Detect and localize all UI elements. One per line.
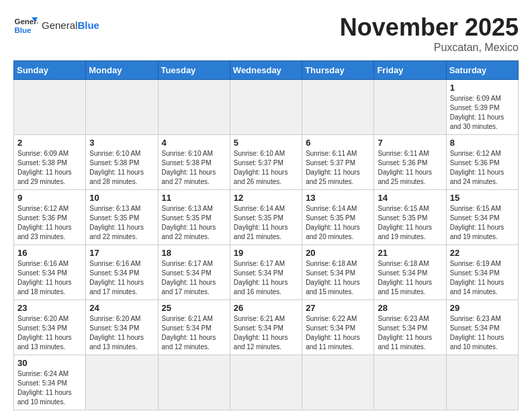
calendar-day-cell: 3Sunrise: 6:10 AMSunset: 5:38 PMDaylight… [86,135,158,190]
day-number: 1 [450,83,515,93]
calendar-day-cell: 14Sunrise: 6:15 AMSunset: 5:35 PMDayligh… [374,190,446,245]
day-info: Sunrise: 6:24 AMSunset: 5:34 PMDaylight:… [17,369,82,407]
day-number: 26 [234,303,298,313]
day-number: 27 [306,303,370,313]
calendar-week-row: 30Sunrise: 6:24 AMSunset: 5:34 PMDayligh… [14,355,519,410]
day-info: Sunrise: 6:20 AMSunset: 5:34 PMDaylight:… [17,314,82,352]
day-info: Sunrise: 6:16 AMSunset: 5:34 PMDaylight:… [17,259,82,297]
calendar-day-cell: 25Sunrise: 6:21 AMSunset: 5:34 PMDayligh… [158,300,230,355]
page-header: General Blue GeneralBlue November 2025 P… [13,13,519,54]
day-number: 6 [306,138,370,148]
day-info: Sunrise: 6:12 AMSunset: 5:36 PMDaylight:… [450,149,515,187]
day-info: Sunrise: 6:15 AMSunset: 5:35 PMDaylight:… [378,204,442,242]
calendar-day-cell: 21Sunrise: 6:18 AMSunset: 5:34 PMDayligh… [374,245,446,300]
day-info: Sunrise: 6:23 AMSunset: 5:34 PMDaylight:… [378,314,442,352]
day-number: 2 [17,138,82,148]
day-number: 15 [450,193,515,203]
calendar-day-cell: 30Sunrise: 6:24 AMSunset: 5:34 PMDayligh… [14,355,86,410]
day-info: Sunrise: 6:10 AMSunset: 5:37 PMDaylight:… [234,149,298,187]
day-number: 30 [17,358,82,368]
calendar-day-cell [230,80,302,135]
day-info: Sunrise: 6:19 AMSunset: 5:34 PMDaylight:… [450,259,515,297]
day-number: 8 [450,138,515,148]
calendar-day-cell: 16Sunrise: 6:16 AMSunset: 5:34 PMDayligh… [14,245,86,300]
calendar-day-cell [374,80,446,135]
day-number: 4 [162,138,226,148]
day-number: 29 [450,303,515,313]
calendar-day-cell: 1Sunrise: 6:09 AMSunset: 5:39 PMDaylight… [446,80,518,135]
day-info: Sunrise: 6:20 AMSunset: 5:34 PMDaylight:… [89,314,154,352]
calendar-day-cell: 24Sunrise: 6:20 AMSunset: 5:34 PMDayligh… [86,300,158,355]
day-info: Sunrise: 6:13 AMSunset: 5:35 PMDaylight:… [162,204,226,242]
day-info: Sunrise: 6:09 AMSunset: 5:39 PMDaylight:… [450,94,515,132]
calendar-day-cell: 6Sunrise: 6:11 AMSunset: 5:37 PMDaylight… [302,135,374,190]
day-info: Sunrise: 6:22 AMSunset: 5:34 PMDaylight:… [306,314,370,352]
day-info: Sunrise: 6:21 AMSunset: 5:34 PMDaylight:… [162,314,226,352]
day-number: 10 [89,193,154,203]
calendar-title-area: November 2025 Puxcatan, Mexico [340,13,519,54]
calendar-week-row: 9Sunrise: 6:12 AMSunset: 5:36 PMDaylight… [14,190,519,245]
day-info: Sunrise: 6:14 AMSunset: 5:35 PMDaylight:… [234,204,298,242]
calendar-day-cell [86,80,158,135]
calendar-day-cell: 28Sunrise: 6:23 AMSunset: 5:34 PMDayligh… [374,300,446,355]
day-number: 16 [17,248,82,258]
day-number: 17 [89,248,154,258]
day-number: 3 [89,138,154,148]
location-title: Puxcatan, Mexico [340,42,519,54]
calendar-day-cell: 11Sunrise: 6:13 AMSunset: 5:35 PMDayligh… [158,190,230,245]
svg-text:Blue: Blue [14,26,32,34]
weekday-header-saturday: Saturday [446,61,518,80]
day-info: Sunrise: 6:14 AMSunset: 5:35 PMDaylight:… [306,204,370,242]
calendar-header-row: SundayMondayTuesdayWednesdayThursdayFrid… [14,61,519,80]
calendar-day-cell: 10Sunrise: 6:13 AMSunset: 5:35 PMDayligh… [86,190,158,245]
calendar-day-cell: 29Sunrise: 6:23 AMSunset: 5:34 PMDayligh… [446,300,518,355]
logo-icon: General Blue [13,13,38,38]
calendar-day-cell: 5Sunrise: 6:10 AMSunset: 5:37 PMDaylight… [230,135,302,190]
calendar-day-cell: 4Sunrise: 6:10 AMSunset: 5:38 PMDaylight… [158,135,230,190]
calendar-day-cell: 22Sunrise: 6:19 AMSunset: 5:34 PMDayligh… [446,245,518,300]
day-info: Sunrise: 6:16 AMSunset: 5:34 PMDaylight:… [89,259,154,297]
calendar-table: SundayMondayTuesdayWednesdayThursdayFrid… [13,60,519,410]
day-info: Sunrise: 6:21 AMSunset: 5:34 PMDaylight:… [234,314,298,352]
day-info: Sunrise: 6:12 AMSunset: 5:36 PMDaylight:… [17,204,82,242]
calendar-day-cell: 9Sunrise: 6:12 AMSunset: 5:36 PMDaylight… [14,190,86,245]
day-info: Sunrise: 6:18 AMSunset: 5:34 PMDaylight:… [378,259,442,297]
calendar-day-cell: 7Sunrise: 6:11 AMSunset: 5:36 PMDaylight… [374,135,446,190]
day-number: 28 [378,303,442,313]
day-info: Sunrise: 6:13 AMSunset: 5:35 PMDaylight:… [89,204,154,242]
day-number: 23 [17,303,82,313]
calendar-day-cell: 2Sunrise: 6:09 AMSunset: 5:38 PMDaylight… [14,135,86,190]
calendar-day-cell [374,355,446,410]
day-info: Sunrise: 6:23 AMSunset: 5:34 PMDaylight:… [450,314,515,352]
day-info: Sunrise: 6:11 AMSunset: 5:36 PMDaylight:… [378,149,442,187]
weekday-header-friday: Friday [374,61,446,80]
calendar-day-cell [302,80,374,135]
weekday-header-monday: Monday [86,61,158,80]
day-info: Sunrise: 6:11 AMSunset: 5:37 PMDaylight:… [306,149,370,187]
calendar-week-row: 23Sunrise: 6:20 AMSunset: 5:34 PMDayligh… [14,300,519,355]
calendar-day-cell [302,355,374,410]
day-number: 20 [306,248,370,258]
calendar-day-cell: 17Sunrise: 6:16 AMSunset: 5:34 PMDayligh… [86,245,158,300]
day-info: Sunrise: 6:17 AMSunset: 5:34 PMDaylight:… [234,259,298,297]
day-number: 21 [378,248,442,258]
calendar-week-row: 16Sunrise: 6:16 AMSunset: 5:34 PMDayligh… [14,245,519,300]
calendar-week-row: 2Sunrise: 6:09 AMSunset: 5:38 PMDaylight… [14,135,519,190]
logo: General Blue GeneralBlue [13,13,99,38]
day-number: 14 [378,193,442,203]
calendar-day-cell [158,355,230,410]
day-info: Sunrise: 6:09 AMSunset: 5:38 PMDaylight:… [17,149,82,187]
weekday-header-wednesday: Wednesday [230,61,302,80]
day-number: 18 [162,248,226,258]
calendar-day-cell: 15Sunrise: 6:15 AMSunset: 5:34 PMDayligh… [446,190,518,245]
calendar-day-cell: 27Sunrise: 6:22 AMSunset: 5:34 PMDayligh… [302,300,374,355]
day-number: 5 [234,138,298,148]
calendar-day-cell: 12Sunrise: 6:14 AMSunset: 5:35 PMDayligh… [230,190,302,245]
calendar-day-cell: 23Sunrise: 6:20 AMSunset: 5:34 PMDayligh… [14,300,86,355]
calendar-day-cell [446,355,518,410]
weekday-header-thursday: Thursday [302,61,374,80]
day-number: 11 [162,193,226,203]
day-number: 24 [89,303,154,313]
calendar-day-cell [14,80,86,135]
calendar-day-cell [230,355,302,410]
